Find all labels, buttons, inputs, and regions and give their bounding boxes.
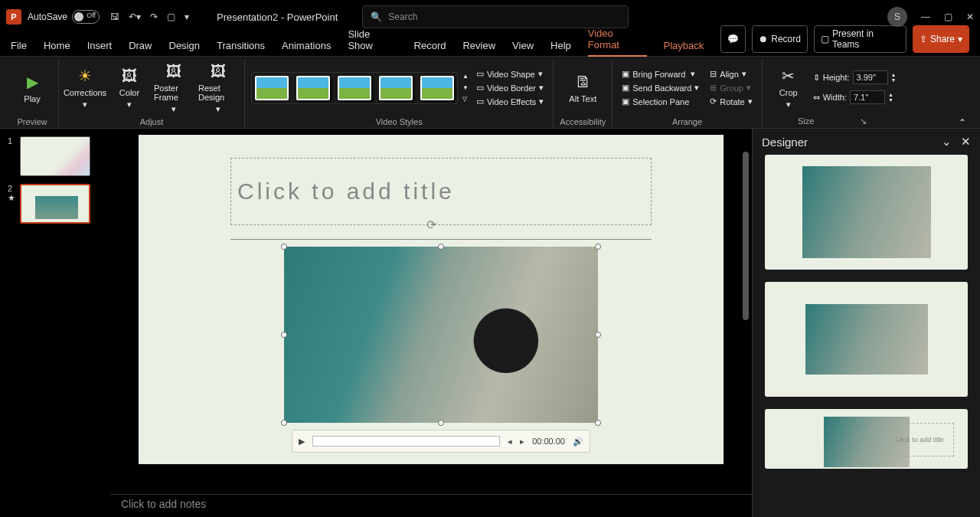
video-object[interactable] [284, 247, 598, 423]
designer-collapse-icon[interactable]: ⌄ [942, 135, 952, 149]
comments-button[interactable]: 💬 [720, 25, 746, 53]
collapse-ribbon-icon[interactable]: ⌃ [959, 117, 966, 128]
present-icon[interactable]: ▢ [167, 11, 175, 22]
size-launcher-icon[interactable]: ↘ [860, 116, 867, 126]
slide-thumb-2[interactable] [20, 184, 90, 224]
tab-insert[interactable]: Insert [87, 40, 113, 56]
align-button[interactable]: ⊟ Align ▾ [707, 68, 755, 80]
alt-text-button[interactable]: 🖺Alt Text [563, 72, 603, 103]
vc-play-icon[interactable]: ▶ [299, 437, 305, 447]
resize-handle-tm[interactable] [438, 244, 444, 250]
tab-slideshow[interactable]: Slide Show [348, 28, 397, 56]
tab-design[interactable]: Design [169, 40, 200, 56]
resize-handle-mr[interactable] [595, 332, 601, 338]
gallery-more-icon[interactable]: ▽ [462, 96, 469, 103]
video-content [433, 288, 564, 419]
height-down[interactable]: ▼ [891, 77, 897, 83]
tab-home[interactable]: Home [44, 40, 70, 56]
thumb-number-1: 1 [8, 136, 15, 176]
video-shape-button[interactable]: ▭ Video Shape ▾ [473, 68, 547, 80]
bring-forward-button[interactable]: ▣ Bring Forward ▾ [619, 68, 702, 80]
style-thumb-5[interactable] [420, 76, 454, 100]
reset-design-button[interactable]: 🖼Reset Design▾ [198, 61, 238, 114]
tab-video-format[interactable]: Video Format [588, 28, 647, 57]
style-thumb-4[interactable] [379, 76, 413, 100]
width-input[interactable] [850, 90, 885, 104]
share-button[interactable]: ⇪ Share ▾ [913, 25, 969, 53]
gallery-down-icon[interactable]: ▼ [462, 84, 469, 91]
width-control: ⇔Width: ▲▼ [813, 90, 897, 104]
height-up[interactable]: ▲ [891, 72, 897, 77]
gallery-up-icon[interactable]: ▲ [462, 73, 469, 80]
tab-animations[interactable]: Animations [282, 40, 331, 56]
style-thumb-1[interactable] [255, 76, 289, 100]
tab-draw[interactable]: Draw [129, 40, 152, 56]
vertical-scrollbar[interactable] [743, 136, 750, 443]
tab-help[interactable]: Help [550, 40, 571, 56]
notes-pane[interactable]: Click to add notes [110, 494, 752, 517]
play-button[interactable]: ▶Play [12, 72, 52, 103]
undo-icon[interactable]: ↶▾ [129, 11, 141, 22]
resize-handle-tr[interactable] [595, 244, 601, 250]
minimize-icon[interactable]: — [921, 11, 930, 22]
group-accessibility: 🖺Alt Text Accessibility [554, 60, 612, 128]
group-preview: ▶Play Preview [6, 60, 59, 128]
resize-handle-bm[interactable] [438, 420, 444, 426]
vc-progress[interactable] [312, 436, 500, 447]
search-box[interactable]: 🔍 Search [362, 5, 629, 28]
design-idea-2[interactable] [765, 282, 968, 397]
tab-transitions[interactable]: Transitions [217, 40, 265, 56]
width-up[interactable]: ▲ [888, 92, 893, 97]
vc-time: 00:00.00 [532, 437, 565, 446]
color-button[interactable]: 🖼Color▾ [109, 66, 149, 110]
toggle-knob [74, 12, 83, 21]
slide-canvas[interactable]: Click to add title ⟳ ▶ ◂ ▸ [139, 135, 724, 464]
corrections-button[interactable]: ☀Corrections▾ [65, 66, 105, 110]
group-adjust: ☀Corrections▾ 🖼Color▾ 🖼Poster Frame▾ 🖼Re… [59, 60, 245, 128]
tab-record[interactable]: Record [414, 40, 446, 56]
save-icon[interactable]: 🖫 [110, 11, 119, 22]
video-effects-button[interactable]: ▭ Video Effects ▾ [473, 96, 547, 107]
resize-handle-br[interactable] [595, 420, 601, 426]
present-teams-button[interactable]: ▢ Present in Teams [814, 25, 906, 53]
crop-button[interactable]: ✂Crop▾ [769, 66, 808, 110]
rotation-handle-icon[interactable]: ⟳ [426, 218, 436, 232]
video-border-button[interactable]: ▭ Video Border ▾ [473, 82, 547, 93]
record-button[interactable]: ⏺ Record [752, 25, 808, 53]
resize-handle-ml[interactable] [281, 332, 287, 338]
video-styles-gallery[interactable] [251, 72, 458, 104]
user-avatar[interactable]: S [887, 7, 907, 27]
tab-playback[interactable]: Playback [664, 40, 704, 56]
poster-frame-button[interactable]: 🖼Poster Frame▾ [154, 61, 194, 114]
vc-volume-icon[interactable]: 🔊 [573, 437, 583, 447]
slide-thumb-1[interactable] [20, 136, 90, 176]
title-placeholder[interactable]: Click to add title [230, 158, 652, 225]
selection-pane-button[interactable]: ▣ Selection Pane [619, 96, 702, 107]
toggle-switch[interactable]: Off [72, 10, 100, 24]
tab-file[interactable]: File [11, 40, 27, 56]
close-icon[interactable]: ✕ [966, 11, 974, 22]
ribbon-tabs: File Home Insert Draw Design Transitions… [0, 34, 980, 57]
selection-top-line [230, 239, 652, 240]
rotate-button[interactable]: ⟳ Rotate ▾ [707, 96, 755, 107]
maximize-icon[interactable]: ▢ [944, 11, 952, 22]
tab-review[interactable]: Review [462, 40, 495, 56]
resize-handle-bl[interactable] [281, 420, 287, 426]
vc-prev-icon[interactable]: ◂ [508, 437, 512, 447]
design-idea-3[interactable]: Click to add title [765, 409, 968, 469]
redo-icon[interactable]: ↷ [150, 11, 158, 22]
style-thumb-3[interactable] [338, 76, 371, 100]
tab-view[interactable]: View [512, 40, 534, 56]
designer-pane: Designer ⌄ ✕ Click to add title [752, 129, 980, 517]
vc-next-icon[interactable]: ▸ [520, 437, 524, 447]
style-thumb-2[interactable] [296, 76, 330, 100]
design-idea-1[interactable] [765, 155, 968, 270]
autosave-toggle[interactable]: AutoSave Off [28, 10, 100, 24]
width-down[interactable]: ▼ [888, 97, 893, 103]
resize-handle-tl[interactable] [281, 244, 287, 250]
qat-more-icon[interactable]: ▾ [185, 11, 189, 22]
send-backward-button[interactable]: ▣ Send Backward ▾ [619, 82, 702, 93]
thumbnail-pane[interactable]: 1 2★ [0, 129, 110, 517]
designer-close-icon[interactable]: ✕ [961, 135, 971, 149]
height-input[interactable] [853, 70, 888, 84]
